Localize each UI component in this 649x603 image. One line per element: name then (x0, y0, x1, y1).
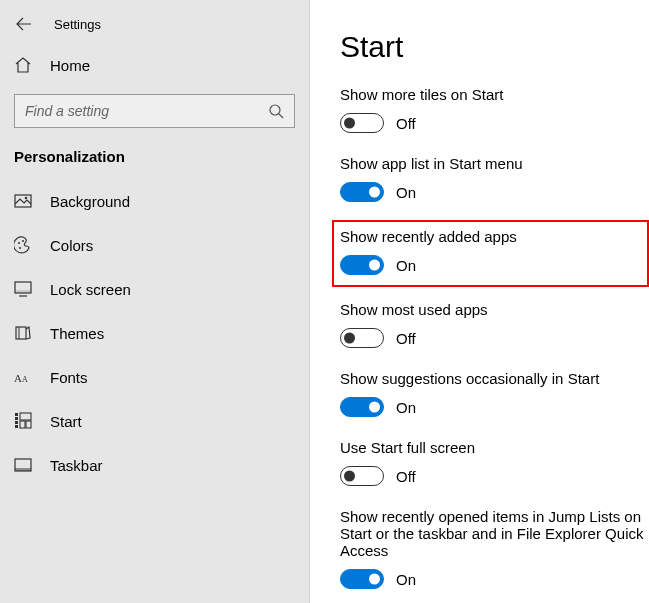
nav-item-background[interactable]: Background (0, 179, 309, 223)
nav-item-label: Background (50, 193, 130, 210)
sidebar: Settings Home Personalization Background… (0, 0, 310, 603)
svg-rect-12 (15, 417, 18, 420)
toggle-row: On (340, 255, 577, 275)
setting-label: Show app list in Start menu (340, 155, 649, 172)
palette-icon (14, 236, 32, 254)
back-button[interactable] (14, 14, 34, 34)
search-icon (268, 103, 284, 119)
themes-icon (14, 324, 32, 342)
toggle-state-text: Off (396, 115, 416, 132)
setting-item: Use Start full screenOff (340, 439, 649, 486)
toggle-switch[interactable] (340, 466, 384, 486)
setting-label: Show suggestions occasionally in Start (340, 370, 649, 387)
settings-list: Show more tiles on StartOffShow app list… (340, 86, 649, 589)
svg-point-3 (18, 242, 20, 244)
setting-item: Show suggestions occasionally in StartOn (340, 370, 649, 417)
title-bar: Settings (0, 10, 309, 46)
search-input[interactable] (25, 103, 268, 119)
nav-item-themes[interactable]: Themes (0, 311, 309, 355)
taskbar-icon (14, 456, 32, 474)
nav-item-label: Taskbar (50, 457, 103, 474)
setting-label: Show more tiles on Start (340, 86, 649, 103)
svg-rect-16 (20, 421, 25, 428)
toggle-row: On (340, 182, 649, 202)
nav-list: Background Colors Lock screen Themes AA … (0, 179, 309, 487)
nav-item-lockscreen[interactable]: Lock screen (0, 267, 309, 311)
toggle-state-text: On (396, 399, 416, 416)
svg-point-2 (25, 197, 28, 200)
svg-rect-15 (20, 413, 31, 420)
nav-item-colors[interactable]: Colors (0, 223, 309, 267)
svg-point-0 (270, 105, 280, 115)
start-icon (14, 412, 32, 430)
setting-item: Show recently added appsOn (332, 220, 649, 287)
nav-home[interactable]: Home (0, 46, 309, 84)
svg-text:A: A (14, 372, 22, 384)
svg-rect-11 (15, 413, 18, 416)
nav-item-taskbar[interactable]: Taskbar (0, 443, 309, 487)
nav-home-label: Home (50, 57, 90, 74)
toggle-switch[interactable] (340, 255, 384, 275)
search-box[interactable] (14, 94, 295, 128)
nav-item-fonts[interactable]: AA Fonts (0, 355, 309, 399)
setting-label: Use Start full screen (340, 439, 649, 456)
section-header: Personalization (0, 142, 309, 179)
setting-item: Show recently opened items in Jump Lists… (340, 508, 649, 589)
setting-label: Show most used apps (340, 301, 649, 318)
svg-point-4 (19, 247, 21, 249)
toggle-switch[interactable] (340, 182, 384, 202)
nav-item-label: Start (50, 413, 82, 430)
nav-item-label: Themes (50, 325, 104, 342)
toggle-switch[interactable] (340, 328, 384, 348)
toggle-switch[interactable] (340, 569, 384, 589)
arrow-left-icon (16, 16, 32, 32)
nav-item-label: Colors (50, 237, 93, 254)
app-title: Settings (54, 17, 101, 32)
toggle-row: Off (340, 466, 649, 486)
toggle-row: Off (340, 328, 649, 348)
home-icon (14, 56, 32, 74)
svg-rect-19 (15, 468, 31, 471)
nav-item-label: Lock screen (50, 281, 131, 298)
fonts-icon: AA (14, 368, 32, 386)
svg-rect-7 (15, 290, 31, 293)
toggle-row: On (340, 569, 649, 589)
svg-rect-14 (15, 425, 18, 428)
toggle-switch[interactable] (340, 397, 384, 417)
svg-point-5 (22, 240, 24, 242)
toggle-state-text: On (396, 257, 416, 274)
toggle-state-text: On (396, 571, 416, 588)
toggle-state-text: Off (396, 330, 416, 347)
toggle-state-text: Off (396, 468, 416, 485)
nav-item-start[interactable]: Start (0, 399, 309, 443)
image-icon (14, 192, 32, 210)
setting-item: Show app list in Start menuOn (340, 155, 649, 202)
nav-item-label: Fonts (50, 369, 88, 386)
toggle-switch[interactable] (340, 113, 384, 133)
svg-rect-13 (15, 421, 18, 424)
svg-rect-17 (26, 421, 31, 428)
svg-text:A: A (22, 375, 28, 384)
toggle-row: Off (340, 113, 649, 133)
main-panel: Start Show more tiles on StartOffShow ap… (310, 0, 649, 603)
setting-label: Show recently added apps (340, 228, 577, 245)
setting-item: Show more tiles on StartOff (340, 86, 649, 133)
page-title: Start (340, 30, 649, 64)
lock-screen-icon (14, 280, 32, 298)
setting-label: Show recently opened items in Jump Lists… (340, 508, 649, 559)
setting-item: Show most used appsOff (340, 301, 649, 348)
svg-rect-8 (16, 327, 26, 339)
toggle-state-text: On (396, 184, 416, 201)
toggle-row: On (340, 397, 649, 417)
